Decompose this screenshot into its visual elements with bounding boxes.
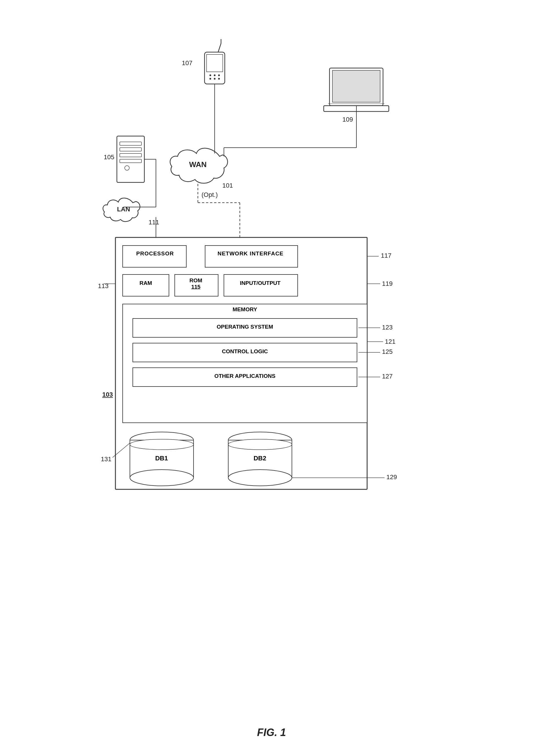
io-label: INPUT/OUTPUT: [224, 280, 297, 286]
svg-point-46: [130, 470, 194, 486]
ref-119: 119: [382, 280, 393, 288]
svg-point-6: [214, 78, 216, 80]
svg-text:WAN: WAN: [189, 160, 207, 169]
svg-point-47: [130, 439, 194, 450]
svg-rect-14: [117, 136, 144, 182]
phone-icon: [205, 39, 225, 84]
lan-cloud: LAN: [103, 198, 140, 222]
ref-101: 101: [223, 182, 233, 189]
ref-125: 125: [382, 348, 393, 356]
other-apps-label: OTHER APPLICATIONS: [133, 373, 357, 379]
ref-113: 113: [98, 282, 109, 290]
control-logic-label: CONTROL LOGIC: [133, 348, 357, 355]
svg-point-44: [130, 432, 194, 448]
db1-label: DB1: [146, 455, 178, 462]
rom-label: ROM 115: [175, 277, 217, 290]
server-icon: [117, 136, 144, 182]
svg-point-2: [210, 74, 211, 76]
os-label: OPERATING SYSTEM: [133, 324, 357, 330]
figure-caption: FIG. 1: [257, 726, 286, 739]
opt-label: (Opt.): [202, 191, 218, 199]
svg-point-51: [228, 439, 292, 450]
laptop-icon: [324, 68, 389, 111]
svg-rect-0: [205, 52, 225, 84]
svg-rect-12: [324, 106, 389, 111]
ref-103: 103: [102, 391, 113, 398]
db2-label: DB2: [244, 455, 276, 462]
svg-rect-1: [207, 54, 223, 72]
svg-point-7: [218, 78, 220, 80]
svg-rect-10: [329, 68, 383, 106]
svg-rect-40: [123, 304, 367, 423]
svg-point-5: [210, 78, 211, 80]
ref-105: 105: [104, 153, 115, 161]
ref-107: 107: [182, 59, 193, 67]
svg-point-4: [218, 74, 220, 76]
ref-111: 111: [149, 219, 159, 226]
processor-label: PROCESSOR: [124, 250, 186, 257]
svg-text:LAN: LAN: [117, 206, 130, 213]
ref-121: 121: [385, 338, 396, 345]
diagram-container: WAN LAN: [98, 23, 445, 718]
memory-label: MEMORY: [124, 306, 366, 313]
ref-131: 131: [101, 455, 112, 463]
svg-point-48: [228, 432, 292, 448]
ref-117: 117: [381, 252, 392, 259]
ref-109: 109: [342, 116, 353, 123]
ref-129: 129: [386, 473, 397, 481]
wan-cloud: WAN: [170, 148, 228, 183]
svg-point-3: [214, 74, 216, 76]
svg-line-8: [218, 43, 221, 52]
svg-line-60: [113, 443, 130, 457]
svg-point-19: [125, 166, 129, 170]
svg-point-50: [228, 470, 292, 486]
ram-label: RAM: [124, 280, 168, 286]
svg-rect-17: [120, 153, 142, 157]
svg-rect-34: [115, 237, 367, 489]
svg-rect-18: [120, 159, 142, 163]
svg-rect-11: [332, 70, 380, 102]
ref-127: 127: [382, 373, 393, 380]
ref-123: 123: [382, 324, 393, 331]
svg-rect-15: [120, 142, 142, 145]
network-interface-label: NETWORK INTERFACE: [205, 250, 296, 257]
svg-rect-16: [120, 148, 142, 151]
